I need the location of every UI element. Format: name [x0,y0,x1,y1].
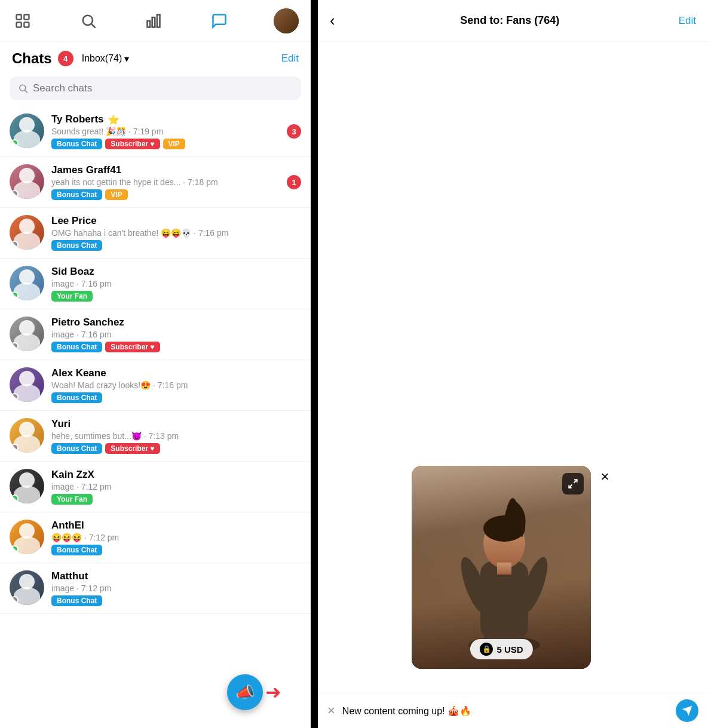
svg-rect-1 [24,14,29,19]
svg-rect-2 [17,22,22,27]
unread-badge: 3 [287,124,301,139]
edit-button[interactable]: Edit [281,53,299,64]
chat-list-item[interactable]: Ty Roberts⭐Sounds great! 🎉🎊 · 7:19 pmBon… [0,106,311,157]
chat-list-item[interactable]: Pietro Sanchezimage · 7:16 pmBonus ChatS… [0,309,311,360]
chat-list-item[interactable]: Sid Boazimage · 7:16 pmYour Fan [0,259,311,309]
chat-avatar [10,520,44,554]
chat-name: Yuri [51,418,71,430]
price-label: 5 USD [496,644,523,655]
menu-icon[interactable] [12,10,33,32]
lock-icon: 🔒 [480,643,493,656]
chat-tags: Bonus Chat [51,392,301,403]
chat-avatar [10,418,44,453]
svg-rect-6 [148,21,151,27]
chat-list-item[interactable]: Yurihehe, sumtimes but...😈 · 7:13 pmBonu… [0,411,311,462]
search-input[interactable] [33,82,293,94]
chats-title: Chats [12,50,52,67]
chat-item-content: Ty Roberts⭐Sounds great! 🎉🎊 · 7:19 pmBon… [51,113,280,149]
chat-item-content: Alex KeaneWoah! Mad crazy looks!😍 · 7:16… [51,367,301,403]
star-icon: ⭐ [108,114,119,125]
message-input[interactable] [342,705,669,716]
chat-preview: 😝😝😝 · 7:12 pm [51,533,301,542]
chat-list: Ty Roberts⭐Sounds great! 🎉🎊 · 7:19 pmBon… [0,106,311,728]
chat-tags: Bonus ChatSubscriber ♥ [51,342,301,352]
inbox-dropdown[interactable]: Inbox(74) ▾ [82,53,130,64]
unread-badge: 1 [287,175,301,189]
chat-tag-fan: Your Fan [51,291,93,302]
expand-button[interactable] [562,473,584,494]
chat-list-item[interactable]: James Graff41yeah its not gettin the hyp… [0,157,311,208]
online-status-dot [11,545,19,553]
back-button[interactable]: ‹ [330,11,335,30]
chat-avatar [10,113,44,148]
chat-tag-bonus: Bonus Chat [51,139,102,149]
send-button[interactable] [676,699,698,722]
panel-divider [311,0,318,728]
online-status-dot [11,342,19,350]
chat-tag-bonus: Bonus Chat [51,189,102,200]
close-media-button[interactable]: × [596,466,614,487]
right-edit-button[interactable]: Edit [679,15,696,27]
online-status-dot [11,139,19,147]
broadcast-fab-container: 📣 ➜ [227,674,281,710]
chat-item-content: Kain ZzXimage · 7:12 pmYour Fan [51,469,301,505]
online-status-dot [11,444,19,451]
chat-tags: Bonus ChatVIP [51,189,280,200]
search-bar-icon [18,83,28,94]
chat-name: Lee Price [51,215,97,227]
chat-list-item[interactable]: Kain ZzXimage · 7:12 pmYour Fan [0,462,311,512]
chat-preview: image · 7:12 pm [51,583,301,593]
svg-rect-0 [17,14,22,19]
message-close-button[interactable]: × [327,703,335,718]
chat-avatar [10,570,44,605]
user-avatar[interactable] [274,8,299,33]
broadcast-fab[interactable]: 📣 [227,674,263,710]
chat-list-item[interactable]: Matthutimage · 7:12 pmBonus Chat [0,563,311,614]
price-badge: 🔒 5 USD [470,639,532,659]
chart-icon[interactable] [143,10,164,32]
svg-rect-18 [497,563,511,575]
chat-tags: Bonus ChatSubscriber ♥VIP [51,139,280,149]
svg-rect-3 [24,22,29,27]
svg-line-10 [25,90,27,93]
chat-item-content: Matthutimage · 7:12 pmBonus Chat [51,570,301,606]
online-status-dot [11,190,19,198]
media-card: 🔒 5 USD [412,466,591,669]
search-icon[interactable] [78,10,99,32]
media-image [412,466,591,669]
chat-tag-subscriber: Subscriber ♥ [105,443,160,454]
svg-line-5 [91,24,95,27]
chat-avatar [10,266,44,300]
chat-tags: Bonus Chat [51,545,301,555]
right-panel: ‹ Send to: Fans (764) Edit [318,0,708,728]
chat-preview: Sounds great! 🎉🎊 · 7:19 pm [51,127,280,136]
chat-preview: image · 7:12 pm [51,482,301,492]
chat-preview: Woah! Mad crazy looks!😍 · 7:16 pm [51,380,301,390]
chat-list-item[interactable]: Alex KeaneWoah! Mad crazy looks!😍 · 7:16… [0,360,311,411]
chat-item-content: Lee PriceOMG hahaha i can't breathe! 😝😝💀… [51,215,301,251]
chat-tag-vip: VIP [105,189,127,200]
chat-item-content: AnthEl😝😝😝 · 7:12 pmBonus Chat [51,520,301,555]
chats-header: Chats 4 Inbox(74) ▾ Edit [0,42,311,73]
online-status-dot [11,494,19,502]
chat-tags: Bonus ChatSubscriber ♥ [51,443,301,454]
right-content: 🔒 5 USD × [318,42,708,693]
chat-list-item[interactable]: Lee PriceOMG hahaha i can't breathe! 😝😝💀… [0,208,311,259]
chat-item-content: James Graff41yeah its not gettin the hyp… [51,164,280,200]
right-header: ‹ Send to: Fans (764) Edit [318,0,708,42]
chat-tag-bonus: Bonus Chat [51,443,102,454]
chat-preview: image · 7:16 pm [51,279,301,288]
chat-item-content: Sid Boazimage · 7:16 pmYour Fan [51,266,301,302]
svg-rect-7 [152,17,155,27]
chat-icon[interactable] [209,10,230,32]
chat-item-content: Pietro Sanchezimage · 7:16 pmBonus ChatS… [51,317,301,352]
chat-avatar [10,367,44,402]
chat-preview: hehe, sumtimes but...😈 · 7:13 pm [51,431,301,441]
online-status-dot [11,393,19,401]
chat-name: Sid Boaz [51,266,94,278]
chat-name: Pietro Sanchez [51,317,124,328]
chat-list-item[interactable]: AnthEl😝😝😝 · 7:12 pmBonus Chat [0,512,311,563]
online-status-dot [11,241,19,248]
chat-preview: yeah its not gettin the hype it des... ·… [51,177,280,187]
message-bar: × [318,693,708,728]
